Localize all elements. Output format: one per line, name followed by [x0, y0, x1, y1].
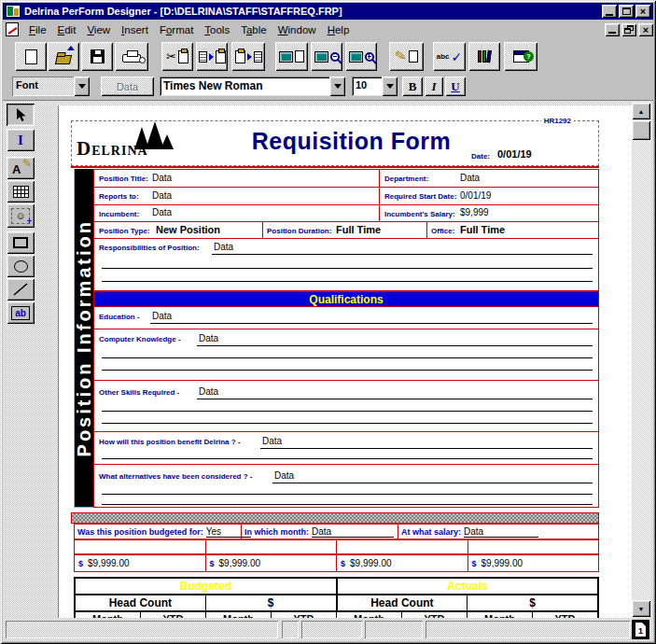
scroll-up-button[interactable]: ▲	[632, 103, 650, 119]
scrollbar-thumb[interactable]	[632, 120, 650, 140]
menu-table[interactable]: Table	[235, 22, 272, 37]
menu-file[interactable]: File	[23, 22, 52, 37]
minimize-button[interactable]	[602, 5, 617, 18]
mdi-close-button[interactable]: ×	[638, 23, 653, 36]
data-button[interactable]: Data	[101, 77, 154, 96]
underline-button[interactable]: U	[445, 77, 466, 96]
empty-cell[interactable]	[468, 540, 599, 553]
status-panel	[6, 621, 278, 638]
style-combo-dropdown[interactable]	[74, 77, 90, 96]
underline-label: U	[451, 79, 459, 94]
position-type-value[interactable]: New Position	[156, 224, 220, 235]
zoom-out-button[interactable]	[311, 42, 342, 71]
salary-question-value[interactable]: Data	[464, 526, 538, 538]
dollar-header: $	[468, 595, 597, 610]
tool-rectangle[interactable]	[7, 231, 35, 254]
tool-table[interactable]	[7, 180, 35, 203]
date-value[interactable]: 0/01/19	[497, 148, 532, 160]
menu-view[interactable]: View	[81, 22, 116, 37]
copy-doc-icon	[199, 51, 207, 63]
tool-ellipse[interactable]	[7, 255, 35, 277]
tool-pointer[interactable]	[7, 104, 35, 126]
benefit-value[interactable]: Data	[262, 436, 282, 446]
empty-cell[interactable]	[206, 540, 338, 553]
menu-format[interactable]: Format	[154, 22, 199, 37]
font-combo-dropdown[interactable]	[329, 77, 345, 96]
tool-text-cursor[interactable]: I	[7, 129, 35, 151]
test-form-button[interactable]: ✎	[389, 42, 424, 71]
office-value[interactable]: Full Time	[460, 224, 505, 235]
department-value[interactable]: Data	[460, 173, 480, 183]
tool-line[interactable]	[7, 278, 35, 301]
italic-button[interactable]: I	[425, 77, 443, 96]
empty-cell[interactable]	[337, 540, 468, 553]
computer-knowledge-value[interactable]: Data	[199, 333, 218, 343]
empty-cell[interactable]	[75, 540, 206, 553]
salary-cell[interactable]: $ $9,999.00	[75, 555, 206, 571]
mdi-minimize-button[interactable]	[605, 23, 620, 36]
cut-button[interactable]: ✂	[161, 42, 193, 71]
zoom-in-button[interactable]	[345, 42, 377, 71]
menu-help[interactable]: Help	[322, 22, 356, 37]
salary-cell-value[interactable]: $9,999.00	[219, 558, 261, 568]
empty-cells-row	[74, 539, 599, 554]
mdi-restore-button[interactable]	[621, 23, 636, 36]
app-icon[interactable]	[6, 5, 21, 18]
paste-button[interactable]	[231, 42, 265, 71]
preview-button[interactable]	[275, 42, 308, 71]
window-title: Delrina PerForm Designer - [D:\DELRINA\S…	[24, 6, 600, 17]
library-button[interactable]	[468, 42, 500, 71]
salary-cell-value[interactable]: $9,999.00	[350, 558, 392, 568]
check-icon: ✓	[452, 50, 463, 63]
budgeted-question-label: Was this position budgeted for:	[77, 527, 203, 537]
responsibilities-value[interactable]: Data	[214, 242, 233, 252]
maximize-button[interactable]	[619, 5, 634, 18]
reports-to-value[interactable]: Data	[152, 190, 172, 201]
bold-button[interactable]: B	[402, 77, 423, 96]
write-line	[102, 281, 593, 282]
other-skills-value[interactable]: Data	[199, 386, 218, 397]
spell-check-button[interactable]: abc✓	[433, 42, 466, 71]
menu-tools[interactable]: Tools	[199, 22, 235, 37]
tool-label[interactable]: ab	[7, 301, 35, 324]
open-button[interactable]	[48, 42, 79, 71]
size-combo[interactable]: 10	[352, 77, 398, 96]
salary-cell[interactable]: $ $9,999.00	[337, 555, 468, 571]
font-combo[interactable]: Times New Roman	[160, 77, 345, 96]
dollar-label: $	[472, 559, 477, 568]
position-duration-value[interactable]: Full Time	[336, 224, 381, 235]
help-button[interactable]: ?	[504, 42, 537, 71]
education-value[interactable]: Data	[152, 311, 172, 321]
menu-insert[interactable]: Insert	[116, 22, 154, 37]
salary-cell[interactable]: $ $9,999.00	[206, 555, 338, 571]
position-title-value[interactable]: Data	[152, 173, 172, 183]
tool-graphic[interactable]: ☺+	[7, 203, 35, 228]
print-button[interactable]	[115, 42, 148, 71]
tool-field[interactable]: A✎	[7, 157, 35, 179]
page-indicator-button[interactable]: 1	[632, 620, 649, 639]
close-button[interactable]: ×	[635, 5, 650, 18]
size-combo-dropdown[interactable]	[382, 77, 398, 96]
document-icon[interactable]	[6, 22, 19, 36]
incumbent-value[interactable]: Data	[152, 207, 172, 217]
menu-edit[interactable]: Edit	[52, 22, 82, 37]
salary-cell[interactable]: $ $9,999.00	[468, 555, 599, 571]
alternatives-value[interactable]: Data	[274, 470, 294, 481]
vertical-scrollbar[interactable]: ▲ ▼	[632, 101, 650, 619]
salary-value[interactable]: $9,999	[460, 207, 489, 217]
form-page[interactable]: Delrina Requisition Form HR1292 Date: 0/…	[58, 105, 632, 619]
new-button[interactable]	[15, 42, 47, 71]
title-bar[interactable]: Delrina PerForm Designer - [D:\DELRINA\S…	[3, 3, 653, 20]
scroll-down-button[interactable]: ▼	[632, 600, 650, 617]
copy-button[interactable]	[196, 42, 228, 71]
budget-questions-row: Was this position budgeted for:Yes In wh…	[74, 524, 599, 539]
test-page-icon	[409, 50, 418, 63]
salary-cell-value[interactable]: $9,999.00	[482, 558, 523, 568]
salary-cell-value[interactable]: $9,999.00	[88, 558, 130, 568]
position-information-sidebar[interactable]: Position Information	[74, 169, 93, 508]
save-button[interactable]	[81, 42, 113, 71]
start-date-value[interactable]: 0/01/19	[460, 190, 491, 201]
menu-window[interactable]: Window	[272, 22, 322, 37]
style-combo[interactable]: Font	[12, 77, 90, 96]
month-question-value[interactable]: Data	[312, 526, 394, 538]
